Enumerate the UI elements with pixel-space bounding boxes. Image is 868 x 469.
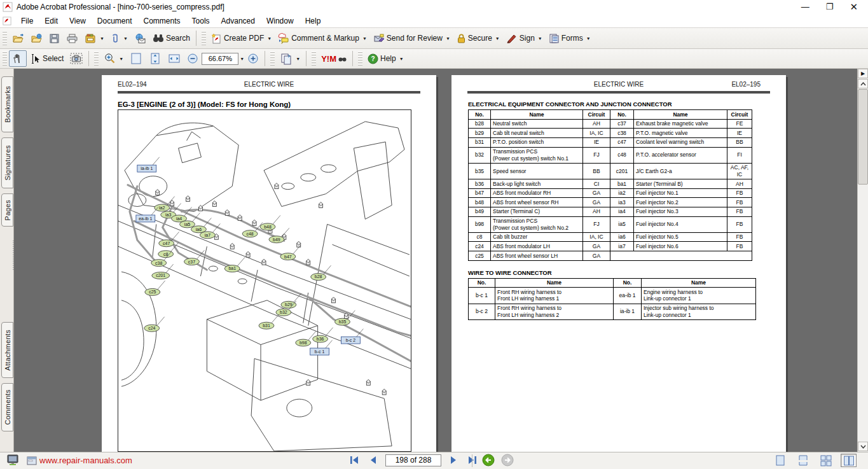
diagram-label-b47: b47 [280,245,301,260]
search-button[interactable]: Search [149,30,193,46]
continuous-facing-button[interactable] [818,454,834,467]
toolbar-grip[interactable] [94,52,99,66]
svg-text:ba1: ba1 [228,266,236,270]
next-view-icon[interactable] [501,454,514,466]
menu-document[interactable]: Document [92,15,138,27]
menu-window[interactable]: Window [261,15,300,27]
scrollbar-thumb[interactable] [858,89,868,185]
table-cell: ia-ib 1 [614,304,642,319]
svg-text:c8: c8 [163,252,168,256]
continuous-button[interactable] [795,454,811,467]
zoom-in-button[interactable] [244,50,262,67]
sidebar-tab-attachments[interactable]: Attachments [1,322,13,378]
zoom-level-input[interactable] [202,53,238,65]
email-button[interactable] [131,30,149,46]
save-button[interactable] [46,30,63,46]
table-cell: Front RH wiring harness to Front LH wiri… [495,288,614,304]
menu-tools[interactable]: Tools [186,15,216,27]
scroll-up-icon[interactable] [858,79,868,88]
sign-label: Sign [520,34,535,43]
table-row: b47ABS front modulator RHGAia2Fuel injec… [469,188,752,198]
yahoo-search-button[interactable]: Y!M [318,50,350,67]
zoom-dropdown-arrow-icon[interactable]: ▼ [240,57,244,61]
sidebar-tab-signatures[interactable]: Signatures [1,137,13,188]
monitor-icon[interactable] [6,454,20,467]
dropdown-arrow-icon: ▼ [586,36,591,41]
sidebar-tab-pages[interactable]: Pages [1,193,13,227]
fit-page-button[interactable] [146,50,165,67]
attach-button[interactable]: ▼ [107,30,131,46]
open-button[interactable] [9,30,27,46]
table-cell: Back-up light switch [491,179,583,189]
secure-label: Secure [468,34,492,43]
svg-text:b47: b47 [284,255,292,259]
page-number-input[interactable] [385,454,441,466]
svg-text:c47: c47 [163,241,170,246]
table-cell: ba1 [610,179,634,189]
organizer-button[interactable]: ▼ [81,30,107,46]
menu-comments[interactable]: Comments [138,15,186,27]
zoom-in-tool-button[interactable]: ▼ [100,50,127,67]
vertical-scrollbar[interactable]: ▶ [857,69,868,452]
create-pdf-button[interactable]: Create PDF ▼ [208,30,275,46]
menu-help[interactable]: Help [300,15,327,27]
print-button[interactable] [63,30,81,46]
actual-size-button[interactable] [127,50,146,67]
column-header: Name [491,110,583,120]
next-page-button[interactable] [446,454,460,466]
table-cell: Fuel injector No.1 [634,188,727,198]
sign-button[interactable]: Sign ▼ [503,30,546,46]
table-cell: ABS front modulator RH [491,188,583,198]
toolbar-grip[interactable] [312,52,316,66]
forms-button[interactable]: Forms ▼ [546,30,594,46]
open-web-button[interactable] [27,30,46,46]
scroll-down-icon[interactable] [858,442,868,451]
secure-button[interactable]: Secure ▼ [453,30,503,46]
previous-page-button[interactable] [366,454,380,466]
page-display-button[interactable]: ▼ [277,50,303,67]
toolbar-grip[interactable] [3,31,7,45]
sidebar-tab-bookmarks[interactable]: Bookmarks [1,76,13,132]
menu-file[interactable]: File [15,15,39,27]
table-cell: b-c 1 [469,288,495,304]
toolbar-grip[interactable] [202,31,206,45]
table-cell: Starter (Terminal B) [634,179,727,189]
menu-edit[interactable]: Edit [39,15,64,27]
comment-markup-button[interactable]: Comment & Markup ▼ [275,30,370,46]
select-tool-button[interactable]: Select [27,50,67,67]
table-cell: b29 [469,129,491,138]
minimize-icon[interactable]: — [801,0,809,14]
table-cell: Transmission PCS (Power cut system) swit… [491,216,583,232]
previous-view-icon[interactable] [482,454,495,466]
document-area[interactable]: EL02–194 ELECTRIC WIRE EG-3 [ENGINE (2 o… [14,69,857,452]
restore-icon[interactable]: ❐ [826,0,834,14]
zoom-out-button[interactable] [184,50,202,67]
toolbar-grip[interactable] [3,52,7,66]
hand-tool-button[interactable] [9,50,27,67]
menu-view[interactable]: View [64,15,92,27]
svg-text:ia3: ia3 [165,213,171,217]
toolbar-grip[interactable] [358,52,362,66]
table-cell: GA [583,198,610,207]
sidebar-tab-comments[interactable]: Comments [1,383,13,431]
close-icon[interactable]: ✕ [850,0,858,14]
page-navigation [347,454,479,466]
last-page-button[interactable] [465,454,479,466]
send-for-review-label: Send for Review [387,34,443,43]
menu-bar-items: FileEditViewDocumentCommentsToolsAdvance… [15,15,326,27]
help-button[interactable]: ? Help ▼ [364,50,407,67]
pane-toggle-icon[interactable]: ▶ [858,69,868,78]
send-for-review-button[interactable]: Send for Review ▼ [370,30,453,46]
fit-width-button[interactable] [165,50,184,67]
first-page-button[interactable] [347,454,361,466]
snapshot-button[interactable] [67,50,86,67]
toolbar-grip[interactable] [270,52,275,66]
facing-pages-button[interactable] [841,454,857,467]
menu-advanced[interactable]: Advanced [216,15,261,27]
svg-text:b-c 2: b-c 2 [346,338,356,342]
site-link[interactable]: www.repair-manuals.com [39,456,132,465]
single-page-button[interactable] [772,454,788,467]
page-mode-icon[interactable] [27,456,37,465]
table-cell: Fuel injector No.5 [634,232,727,242]
column-header: Name [495,278,614,288]
